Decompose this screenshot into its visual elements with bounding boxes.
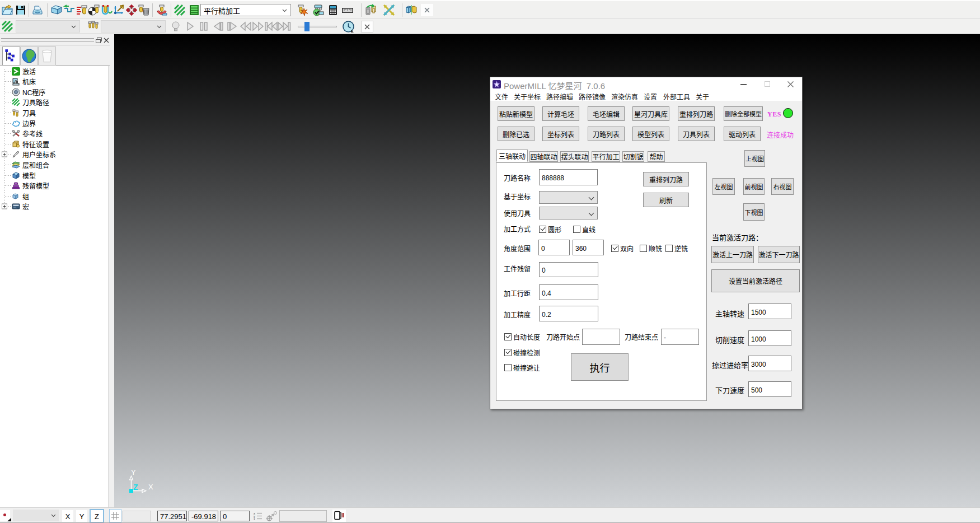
svg-text:Z: Z xyxy=(133,483,138,492)
svg-text:z: z xyxy=(254,517,255,521)
svg-text:Y: Y xyxy=(131,468,136,477)
svg-text:X: X xyxy=(148,483,153,491)
